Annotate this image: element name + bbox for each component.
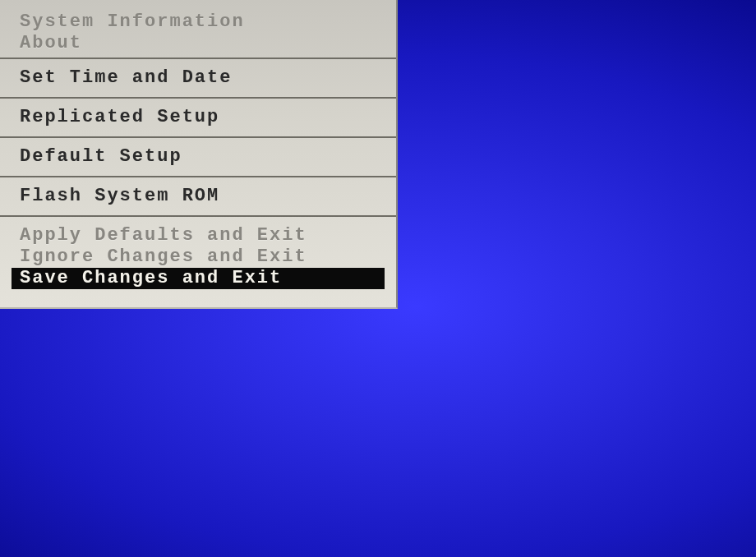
menu-group-flash: Flash System ROM [0,177,396,217]
menu-item-flash-system-rom[interactable]: Flash System ROM [0,186,396,207]
menu-item-about[interactable]: About [0,33,396,54]
menu-group-replicated: Replicated Setup [0,99,396,138]
menu-group-exit: Apply Defaults and Exit Ignore Changes a… [0,217,396,292]
menu-item-set-time-and-date[interactable]: Set Time and Date [0,67,396,89]
menu-item-default-setup[interactable]: Default Setup [0,146,396,168]
bios-file-menu: System Information About Set Time and Da… [0,0,398,309]
menu-group-time: Set Time and Date [0,59,396,99]
menu-item-save-changes-and-exit[interactable]: Save Changes and Exit [12,268,385,289]
menu-group-default: Default Setup [0,138,396,177]
menu-item-system-information[interactable]: System Information [0,12,396,33]
menu-item-apply-defaults-and-exit[interactable]: Apply Defaults and Exit [0,225,396,246]
menu-item-replicated-setup[interactable]: Replicated Setup [0,107,396,128]
menu-group-info: System Information About [0,8,396,59]
menu-item-ignore-changes-and-exit[interactable]: Ignore Changes and Exit [0,246,396,268]
